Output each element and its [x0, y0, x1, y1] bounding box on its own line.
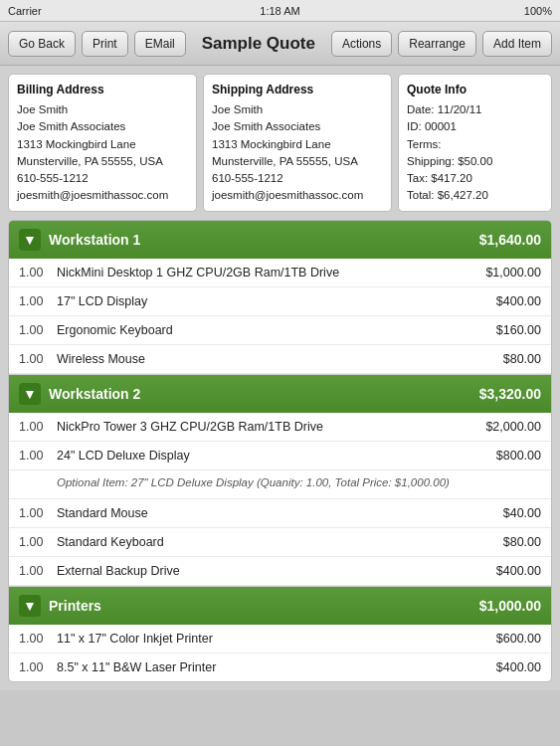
group-header-left-0: ▼ Workstation 1	[19, 229, 140, 251]
line-qty-2-0: 1.00	[19, 632, 57, 646]
line-price-0-3: $80.00	[503, 352, 541, 366]
quote-terms: Terms:	[407, 136, 543, 153]
group-arrow-icon-2: ▼	[19, 595, 41, 617]
line-qty-1-0: 1.00	[19, 420, 57, 434]
battery-label: 100%	[524, 5, 552, 17]
line-qty-2-1: 1.00	[19, 660, 57, 674]
time-label: 1:18 AM	[260, 5, 299, 17]
line-desc-2-0: 11" x 17" Color Inkjet Printer	[57, 632, 496, 646]
email-button[interactable]: EMail	[134, 31, 186, 57]
line-price-0-1: $400.00	[496, 294, 541, 308]
line-price-1-0: $2,000.00	[485, 420, 541, 434]
group-name-0: Workstation 1	[49, 232, 140, 248]
print-button[interactable]: Print	[82, 31, 128, 57]
line-price-1-1: $800.00	[496, 449, 541, 463]
quote-tax: Tax: $417.20	[407, 170, 543, 187]
group-header-2[interactable]: ▼ Printers $1,000.00	[9, 587, 551, 625]
billing-company: Joe Smith Associates	[17, 118, 188, 135]
toolbar: Go Back Print EMail Sample Quote Actions…	[0, 22, 560, 66]
line-price-2-1: $400.00	[496, 660, 541, 674]
group-total-0: $1,640.00	[479, 232, 541, 248]
line-item[interactable]: 1.00 8.5" x 11" B&W Laser Printer $400.0…	[9, 653, 551, 681]
line-item[interactable]: 1.00 External Backup Drive $400.00	[9, 557, 551, 586]
line-qty-0-3: 1.00	[19, 352, 57, 366]
line-price-0-2: $160.00	[496, 323, 541, 337]
line-item[interactable]: 1.00 Ergonomic Keyboard $160.00	[9, 316, 551, 345]
shipping-name: Joe Smith	[212, 101, 383, 118]
billing-address1: 1313 Mockingbird Lane	[17, 136, 188, 153]
go-back-button[interactable]: Go Back	[8, 31, 76, 57]
line-qty-1-4: 1.00	[19, 535, 57, 549]
line-price-2-0: $600.00	[496, 632, 541, 646]
line-item[interactable]: 1.00 NickPro Tower 3 GHZ CPU/2GB Ram/1TB…	[9, 413, 551, 442]
billing-address2: Munsterville, PA 55555, USA	[17, 153, 188, 170]
billing-address-box: Billing Address Joe Smith Joe Smith Asso…	[8, 74, 197, 212]
line-item[interactable]: 1.00 NickMini Desktop 1 GHZ CPU/2GB Ram/…	[9, 259, 551, 287]
line-desc-0-3: Wireless Mouse	[57, 352, 503, 366]
add-item-button[interactable]: Add Item	[482, 31, 552, 57]
line-item[interactable]: 1.00 24" LCD Deluxe Display $800.00	[9, 442, 551, 470]
billing-title: Billing Address	[17, 81, 188, 98]
line-item[interactable]: 1.00 11" x 17" Color Inkjet Printer $600…	[9, 625, 551, 653]
line-price-1-3: $40.00	[503, 506, 541, 520]
actions-button[interactable]: Actions	[331, 31, 392, 57]
shipping-title: Shipping Address	[212, 81, 383, 98]
line-desc-1-5: External Backup Drive	[57, 564, 496, 578]
carrier-label: Carrier	[8, 5, 42, 17]
address-section: Billing Address Joe Smith Joe Smith Asso…	[8, 74, 552, 212]
line-desc-2-1: 8.5" x 11" B&W Laser Printer	[57, 660, 496, 674]
line-qty-0-2: 1.00	[19, 323, 57, 337]
shipping-address-box: Shipping Address Joe Smith Joe Smith Ass…	[203, 74, 392, 212]
line-desc-1-4: Standard Keyboard	[57, 535, 503, 549]
billing-name: Joe Smith	[17, 101, 188, 118]
line-item[interactable]: 1.00 Wireless Mouse $80.00	[9, 345, 551, 374]
line-desc-0-1: 17" LCD Display	[57, 294, 496, 308]
line-desc-1-3: Standard Mouse	[57, 506, 503, 520]
optional-note-1-2: Optional Item: 27" LCD Deluxe Display (Q…	[9, 470, 551, 499]
group-header-1[interactable]: ▼ Workstation 2 $3,320.00	[9, 375, 551, 413]
line-desc-1-0: NickPro Tower 3 GHZ CPU/2GB Ram/1TB Driv…	[57, 420, 485, 434]
group-total-2: $1,000.00	[479, 598, 541, 614]
line-item[interactable]: 1.00 Standard Mouse $40.00	[9, 499, 551, 528]
group-header-left-1: ▼ Workstation 2	[19, 383, 140, 405]
shipping-address2: Munsterville, PA 55555, USA	[212, 153, 383, 170]
group-total-1: $3,320.00	[479, 386, 541, 402]
group-name-1: Workstation 2	[49, 386, 140, 402]
quote-date: Date: 11/20/11	[407, 101, 543, 118]
line-item[interactable]: 1.00 Standard Keyboard $80.00	[9, 528, 551, 557]
quote-info-title: Quote Info	[407, 81, 543, 98]
line-qty-0-1: 1.00	[19, 294, 57, 308]
shipping-company: Joe Smith Associates	[212, 118, 383, 135]
line-price-1-4: $80.00	[503, 535, 541, 549]
rearrange-button[interactable]: Rearrange	[398, 31, 476, 57]
line-qty-1-3: 1.00	[19, 506, 57, 520]
line-item[interactable]: 1.00 17" LCD Display $400.00	[9, 287, 551, 316]
shipping-address1: 1313 Mockingbird Lane	[212, 136, 383, 153]
status-bar: Carrier 1:18 AM 100%	[0, 0, 560, 22]
line-desc-1-1: 24" LCD Deluxe Display	[57, 449, 496, 463]
line-price-1-5: $400.00	[496, 564, 541, 578]
content-area: Billing Address Joe Smith Joe Smith Asso…	[0, 66, 560, 690]
quote-table: ▼ Workstation 1 $1,640.00 1.00 NickMini …	[8, 220, 552, 682]
line-desc-0-2: Ergonomic Keyboard	[57, 323, 496, 337]
line-qty-1-1: 1.00	[19, 449, 57, 463]
line-qty-1-5: 1.00	[19, 564, 57, 578]
quote-id: ID: 00001	[407, 118, 543, 135]
group-header-left-2: ▼ Printers	[19, 595, 101, 617]
line-price-0-0: $1,000.00	[485, 266, 541, 280]
page-title: Sample Quote	[192, 34, 325, 54]
group-name-2: Printers	[49, 598, 101, 614]
line-desc-0-0: NickMini Desktop 1 GHZ CPU/2GB Ram/1TB D…	[57, 266, 485, 280]
shipping-email: joesmith@joesmithassoc.com	[212, 187, 383, 204]
billing-email: joesmith@joesmithassoc.com	[17, 187, 188, 204]
billing-phone: 610-555-1212	[17, 170, 188, 187]
group-header-0[interactable]: ▼ Workstation 1 $1,640.00	[9, 221, 551, 259]
quote-info-box: Quote Info Date: 11/20/11 ID: 00001 Term…	[398, 74, 552, 212]
group-arrow-icon-0: ▼	[19, 229, 41, 251]
quote-total: Total: $6,427.20	[407, 187, 543, 204]
group-arrow-icon-1: ▼	[19, 383, 41, 405]
quote-shipping: Shipping: $50.00	[407, 153, 543, 170]
line-qty-0-0: 1.00	[19, 266, 57, 280]
shipping-phone: 610-555-1212	[212, 170, 383, 187]
